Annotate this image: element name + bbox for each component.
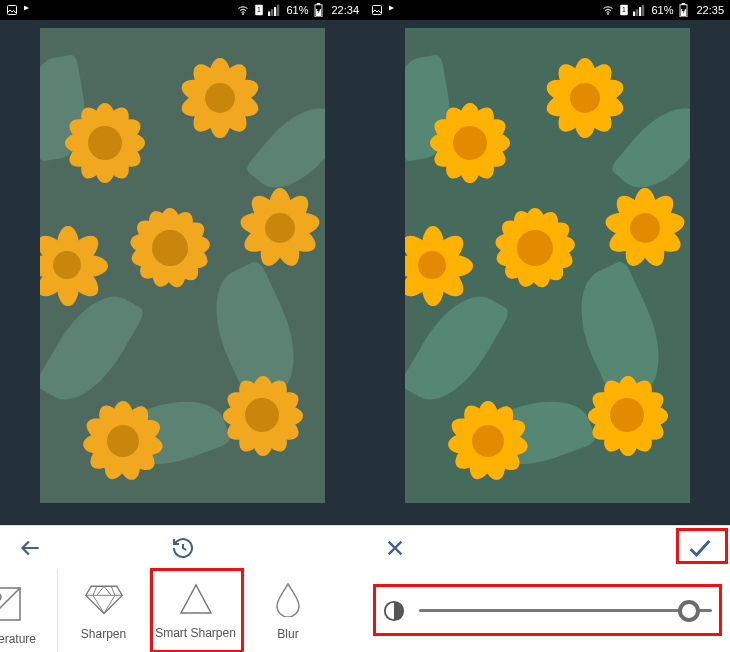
svg-point-1 [243, 14, 244, 15]
tool-label: Blur [277, 627, 298, 641]
battery-percent: 61% [286, 4, 308, 16]
apply-button[interactable] [680, 528, 720, 568]
flag-icon [22, 4, 34, 16]
image-icon [371, 4, 383, 16]
svg-text:1: 1 [623, 6, 627, 13]
edited-photo[interactable] [40, 28, 325, 503]
wifi-icon [601, 4, 615, 16]
cancel-button[interactable] [375, 528, 415, 568]
photo-canvas [365, 20, 730, 525]
left-screenshot: 1 61% 22:34 [0, 0, 365, 652]
battery-icon [679, 3, 688, 17]
svg-text:1: 1 [258, 6, 262, 13]
history-button[interactable] [163, 528, 203, 568]
svg-rect-20 [642, 5, 644, 16]
intensity-slider[interactable] [383, 600, 712, 622]
image-icon [6, 4, 18, 16]
tool-row: erature Sharpen Smart Sharpen Blur [0, 570, 365, 652]
photo-canvas [0, 20, 365, 525]
svg-rect-13 [373, 6, 382, 15]
tool-label: erature [0, 632, 36, 646]
battery-percent: 61% [651, 4, 673, 16]
right-screenshot: 1 61% 22:35 [365, 0, 730, 652]
signal-icon [633, 4, 645, 16]
tool-sharpen[interactable]: Sharpen [58, 570, 150, 652]
tool-blur[interactable]: Blur [242, 570, 334, 652]
signal-icon [268, 4, 280, 16]
action-row [0, 526, 365, 570]
clock: 22:35 [696, 4, 724, 16]
tool-label: Sharpen [81, 627, 126, 641]
svg-rect-0 [8, 6, 17, 15]
sim-icon: 1 [619, 4, 629, 16]
tool-smart-sharpen[interactable]: Smart Sharpen [150, 570, 242, 652]
sim-icon: 1 [254, 4, 264, 16]
status-bar: 1 61% 22:34 [0, 0, 365, 20]
svg-rect-6 [274, 7, 276, 16]
svg-point-12 [0, 593, 1, 601]
clock: 22:34 [331, 4, 359, 16]
edited-photo[interactable] [405, 28, 690, 503]
drop-icon [274, 581, 302, 617]
action-row [365, 526, 730, 570]
bottom-bar [365, 525, 730, 652]
back-button[interactable] [10, 528, 50, 568]
slider-track[interactable] [419, 609, 712, 612]
svg-rect-18 [636, 9, 638, 16]
svg-rect-19 [639, 7, 641, 16]
bottom-bar: erature Sharpen Smart Sharpen Blur [0, 525, 365, 652]
contrast-icon [383, 600, 405, 622]
tool-label: Smart Sharpen [155, 626, 236, 640]
slider-thumb[interactable] [678, 600, 700, 622]
tool-temperature[interactable]: erature [0, 570, 58, 652]
svg-rect-5 [271, 9, 273, 16]
svg-point-14 [608, 14, 609, 15]
svg-rect-17 [633, 12, 635, 17]
triangle-icon [178, 582, 214, 616]
wifi-icon [236, 4, 250, 16]
svg-rect-4 [268, 12, 270, 17]
status-bar: 1 61% 22:35 [365, 0, 730, 20]
slider-row [365, 570, 730, 652]
svg-rect-7 [277, 5, 279, 16]
diamond-icon [84, 581, 124, 617]
battery-icon [314, 3, 323, 17]
flag-icon [387, 4, 399, 16]
